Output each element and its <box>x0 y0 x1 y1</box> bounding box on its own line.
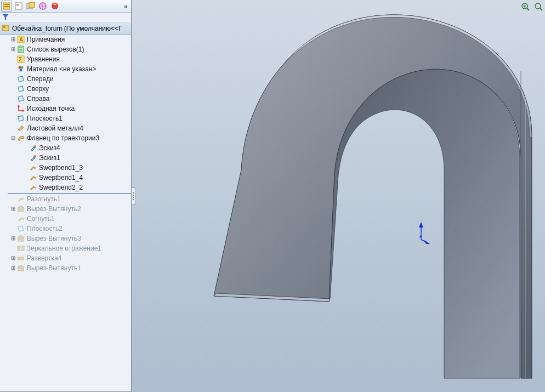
tree-item-material[interactable]: Материал <не указан> <box>0 64 131 74</box>
plane-icon <box>16 75 25 83</box>
svg-rect-6 <box>29 2 35 8</box>
svg-marker-26 <box>18 105 20 107</box>
grip-dots-icon <box>133 192 134 200</box>
model-render <box>137 0 545 392</box>
tree-label: Материал <не указан> <box>27 65 96 73</box>
tree-label: Справа <box>27 95 49 103</box>
unfold-icon <box>16 195 25 203</box>
tree-item-cutextrude1[interactable]: ⊞ Вырез-Вытянуть1 <box>0 263 131 273</box>
propertymgr-tab-icon[interactable] <box>13 1 24 12</box>
featuremgr-tab-icon[interactable] <box>1 1 12 12</box>
svg-rect-29 <box>34 156 36 157</box>
sketch-icon <box>29 154 37 162</box>
expand-toggle[interactable]: ⊞ <box>10 47 16 52</box>
tree-item-cutextrude3[interactable]: ⊞ Вырез-Вытянуть3 <box>0 234 131 243</box>
tree-label: Вырез-Вытянуть3 <box>27 235 81 242</box>
svg-rect-12 <box>3 26 5 28</box>
configmgr-tab-icon[interactable] <box>25 1 36 12</box>
origin-triad-icon: ✶ <box>417 222 433 244</box>
collapse-toggle[interactable]: ⊟ <box>10 135 16 141</box>
tree-label: Sweptbend1_4 <box>39 174 83 181</box>
origin-icon <box>16 104 25 113</box>
plane-icon <box>16 114 25 123</box>
tree-item-right-plane[interactable]: Справа <box>0 94 131 104</box>
document-title-row[interactable]: Обечайка_forum (По умолчанию<<Г <box>0 23 131 35</box>
svg-rect-37 <box>18 257 24 260</box>
cut-extrude-icon <box>16 264 25 272</box>
tree-item-sketch4[interactable]: Эскиз4 <box>0 143 131 153</box>
rollback-bar[interactable] <box>8 193 131 194</box>
tree-item-sweptflange3[interactable]: ⊟ Фланец по траектории3 <box>0 133 131 143</box>
tree-item-sketch1[interactable]: Эскиз1 <box>0 153 131 163</box>
tree-item-origin[interactable]: Исходная точка <box>0 104 131 113</box>
tree-label: Список вырезов(1) <box>27 46 84 53</box>
tree-label: Уравнения <box>27 55 60 63</box>
tree-item-flatpattern4[interactable]: ⊞ Развертка4 <box>0 253 131 263</box>
tree-label: Вырез-Вытянуть2 <box>27 205 81 213</box>
svg-marker-27 <box>22 110 25 112</box>
panel-splitter-handle[interactable] <box>132 188 136 205</box>
bend-icon <box>29 173 37 182</box>
tree-item-plane2[interactable]: Плоскость2 <box>0 224 131 234</box>
tree-label: Спереди <box>27 75 54 83</box>
tree-label: Разогнуть1 <box>27 195 61 203</box>
tree-label: Фланец по траектории3 <box>27 134 99 142</box>
app-root: » Обечайка_forum (По умолчанию<<Г ⊞ A Пр… <box>0 0 545 392</box>
part-icon <box>1 24 10 34</box>
svg-point-22 <box>21 66 24 69</box>
tree-item-top-plane[interactable]: Сверху <box>0 84 131 94</box>
tree-label: Sweptbend1_3 <box>39 164 83 172</box>
tree-item-notes[interactable]: ⊞ A Примечания <box>0 35 131 44</box>
expand-toggle[interactable]: ⊞ <box>10 206 16 212</box>
filter-icon[interactable] <box>2 14 9 22</box>
expand-toggle[interactable]: ⊞ <box>10 37 16 42</box>
tree-label: Плоскость1 <box>27 115 63 122</box>
tree-item-equations[interactable]: Σ Уравнения <box>0 54 131 64</box>
tree-label: Сверху <box>27 85 49 93</box>
svg-text:✶: ✶ <box>418 234 423 240</box>
equations-icon: Σ <box>16 55 25 64</box>
feature-tree: ⊞ A Примечания ⊞ Список вырезов(1) Σ Ура… <box>0 35 131 391</box>
plane-icon <box>16 224 25 233</box>
svg-marker-49 <box>419 222 423 228</box>
svg-rect-2 <box>4 6 9 7</box>
svg-rect-35 <box>22 246 24 251</box>
bend-icon <box>29 163 37 172</box>
document-title: Обечайка_forum (По умолчанию<<Г <box>12 25 122 32</box>
svg-rect-39 <box>20 265 22 269</box>
tree-item-fold1[interactable]: Согнуть1 <box>0 214 131 224</box>
flatpattern-icon <box>16 254 25 263</box>
cut-extrude-icon <box>16 234 25 243</box>
sweptflange-icon <box>16 134 25 143</box>
svg-rect-28 <box>34 146 36 147</box>
expand-toggle[interactable]: ⊞ <box>10 255 16 261</box>
tree-item-unfold1[interactable]: Разогнуть1 <box>0 194 131 204</box>
svg-rect-1 <box>4 4 9 5</box>
dimxpert-tab-icon[interactable] <box>37 1 48 12</box>
bend-icon <box>29 183 37 192</box>
tree-item-sweptbend13[interactable]: Sweptbend1_3 <box>0 163 131 173</box>
graphics-viewport[interactable]: ✶ <box>132 0 545 392</box>
cut-extrude-icon <box>16 204 25 213</box>
svg-marker-51 <box>424 240 430 244</box>
cutlist-icon <box>16 45 25 54</box>
tree-item-cutlist[interactable]: ⊞ Список вырезов(1) <box>0 44 131 54</box>
tree-label: Плоскость2 <box>27 225 63 232</box>
tree-item-plane1[interactable]: Плоскость1 <box>0 113 131 123</box>
filter-bar <box>0 13 131 23</box>
expand-toggle[interactable]: ⊞ <box>10 236 16 241</box>
tree-label: Развертка4 <box>27 254 61 262</box>
render-tab-icon[interactable] <box>49 1 60 12</box>
tree-item-sweptbend22[interactable]: Sweptbend2_2 <box>0 183 131 192</box>
tree-label: Согнуть1 <box>27 215 55 223</box>
tree-label: Эскиз4 <box>39 144 60 152</box>
tree-label: Исходная точка <box>27 105 75 112</box>
tree-item-cutextrude2[interactable]: ⊞ Вырез-Вытянуть2 <box>0 204 131 214</box>
expand-toggle[interactable]: ⊞ <box>10 265 16 271</box>
tree-item-sweptbend14[interactable]: Sweptbend1_4 <box>0 173 131 183</box>
feature-manager-panel: » Обечайка_forum (По умолчанию<<Г ⊞ A Пр… <box>0 0 132 392</box>
tree-item-mirror1[interactable]: Зеркальное отражение1 <box>0 243 131 253</box>
tree-item-front-plane[interactable]: Спереди <box>0 74 131 84</box>
expand-chevron-icon[interactable]: » <box>124 2 130 10</box>
tree-item-sheetmetal4[interactable]: Листовой металл4 <box>0 123 131 133</box>
